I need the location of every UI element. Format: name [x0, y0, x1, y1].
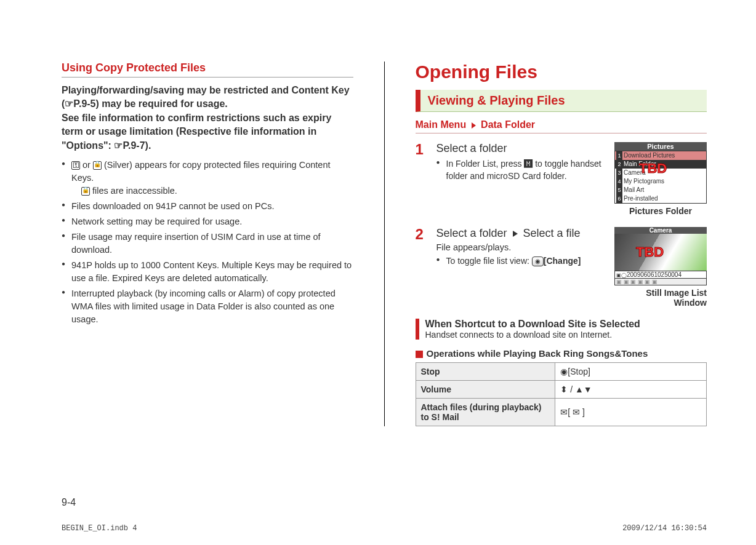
- nav-path: Main Menu Data Folder: [416, 119, 707, 133]
- ops-heading-text: Operations while Playing Back Ring Songs…: [427, 348, 648, 359]
- note-title: When Shortcut to a Download Site is Sele…: [425, 319, 707, 330]
- camera-caption: Still Image List Window: [614, 288, 707, 308]
- bullet-text: or: [80, 160, 93, 170]
- table-row: Stop ◉[Stop]: [416, 363, 707, 381]
- bullet-text-post: (Silver) appears for copy protected file…: [71, 160, 331, 183]
- main-heading: Opening Files: [416, 62, 707, 82]
- step: 2 Select a folder Select a file File app…: [416, 227, 707, 308]
- thumb-row: 3Camera: [615, 169, 706, 177]
- camera-thumb-title: Camera: [614, 227, 707, 234]
- bullet-text: To toggle file list view:: [446, 256, 532, 266]
- step-number: 2: [416, 227, 429, 308]
- thumb-row: 6Pre-installed: [615, 194, 706, 203]
- ops-value: ✉[ ✉ ]: [555, 399, 707, 426]
- lock-icon: [93, 161, 102, 170]
- page-number: 9-4: [62, 497, 76, 508]
- bullet-item: Network setting may be required for usag…: [62, 215, 353, 228]
- chevron-right-icon: [472, 122, 476, 129]
- lock-icon: [81, 187, 90, 196]
- left-intro: Playing/forwarding/saving may be restric…: [62, 84, 353, 153]
- step-bullet: In Folder List, press 🅼 to toggle handse…: [436, 157, 609, 183]
- print-date: 2009/12/14 16:30:54: [622, 524, 707, 533]
- left-bullets: or (Silver) appears for copy protected f…: [62, 159, 353, 326]
- print-file: BEGIN_E_OI.indb 4: [62, 524, 137, 533]
- change-label: [Change]: [544, 256, 581, 266]
- ops-label: Stop: [416, 363, 555, 381]
- bullet-subline: files are inaccessible.: [81, 185, 353, 197]
- table-row: Attach files (during playback) to S! Mai…: [416, 399, 707, 426]
- square-icon: [416, 351, 423, 358]
- thumb-title: Pictures: [614, 142, 707, 151]
- note-body: Handset connects to a download site on I…: [425, 330, 707, 340]
- camera-button-icon: ◉: [532, 257, 544, 266]
- arrow-right-icon: [513, 231, 518, 237]
- key-icon: [71, 161, 80, 170]
- ops-value: ⬍ / ▲▼: [555, 381, 707, 399]
- column-divider: [384, 62, 385, 426]
- pictures-thumb: Pictures 1Download Pictures 2Main Folder…: [614, 142, 707, 216]
- step-number: 1: [416, 142, 429, 216]
- left-heading: Using Copy Protected Files: [62, 62, 353, 78]
- print-line: BEGIN_E_OI.indb 4 2009/12/14 16:30:54: [62, 524, 707, 533]
- step-title: Select a folder Select a file: [436, 227, 609, 240]
- note-block: When Shortcut to a Download Site is Sele…: [416, 319, 707, 340]
- ops-value: ◉[Stop]: [555, 363, 707, 381]
- ops-heading: Operations while Playing Back Ring Songs…: [416, 348, 707, 359]
- right-column: Opening Files Viewing & Playing Files Ma…: [416, 62, 707, 426]
- camera-thumb-image: [614, 234, 707, 271]
- step-title-b: Select a file: [520, 227, 581, 239]
- camera-barcode: ▣◯2009060610250004: [614, 271, 707, 279]
- path-a: Main Menu: [416, 119, 467, 130]
- bullet-item: File usage may require insertion of USIM…: [62, 231, 353, 257]
- bullet-item: or (Silver) appears for copy protected f…: [62, 159, 353, 197]
- step-title: Select a folder: [436, 142, 609, 155]
- ops-label: Volume: [416, 381, 555, 399]
- left-column: Using Copy Protected Files Playing/forwa…: [62, 62, 353, 426]
- step-title-a: Select a folder: [436, 227, 510, 239]
- thumb-row: 1Download Pictures: [615, 151, 706, 160]
- section-heading: Viewing & Playing Files: [416, 90, 707, 112]
- step: 1 Select a folder In Folder List, press …: [416, 142, 707, 216]
- bullet-item: 941P holds up to 1000 Content Keys. Mult…: [62, 259, 353, 285]
- bullet-item: Interrupted playback (by incoming calls …: [62, 287, 353, 326]
- ops-label: Attach files (during playback) to S! Mai…: [416, 399, 555, 426]
- camera-thumb: Camera ▣◯2009060610250004 ▣ ▣ ▣ ▣ ▣ ▣ TB…: [614, 227, 707, 308]
- step-bullet: To toggle file list view: ◉[Change]: [436, 255, 609, 267]
- table-row: Volume ⬍ / ▲▼: [416, 381, 707, 399]
- ops-table: Stop ◉[Stop] Volume ⬍ / ▲▼ Attach files …: [416, 362, 707, 426]
- step-subtitle: File appears/plays.: [436, 242, 609, 252]
- subline-text: files are inaccessible.: [90, 186, 177, 196]
- thumb-row: 2Main Folder: [615, 160, 706, 169]
- path-b: Data Folder: [481, 119, 535, 130]
- bullet-item: Files downloaded on 941P cannot be used …: [62, 200, 353, 213]
- thumb-caption: Pictures Folder: [614, 206, 707, 216]
- thumb-row: 5Mail Art: [615, 186, 706, 194]
- camera-icon-row: ▣ ▣ ▣ ▣ ▣ ▣: [614, 279, 707, 285]
- thumb-row: 4My Pictograms: [615, 177, 706, 186]
